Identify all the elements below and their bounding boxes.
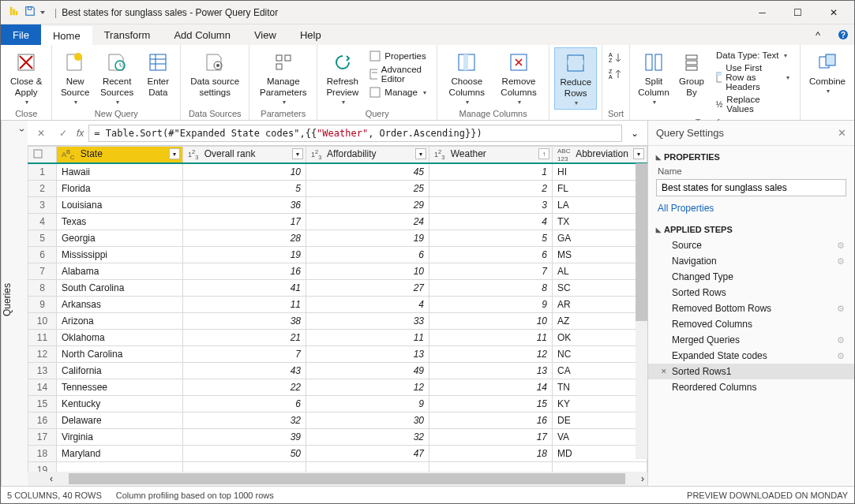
panel-close-icon[interactable]: ✕ bbox=[838, 127, 846, 139]
cell-abbr[interactable]: KY bbox=[553, 395, 647, 412]
cell-affordability[interactable]: 47 bbox=[306, 445, 429, 461]
cell-abbr[interactable]: GA bbox=[553, 230, 647, 246]
cell-abbr[interactable]: AR bbox=[553, 296, 647, 312]
applied-step[interactable]: Navigation⚙ bbox=[648, 253, 854, 269]
applied-step[interactable]: Removed Columns bbox=[648, 316, 854, 332]
cell-rank[interactable]: 7 bbox=[183, 345, 306, 362]
cell-affordability[interactable]: 45 bbox=[306, 163, 429, 180]
gear-icon[interactable]: ⚙ bbox=[837, 304, 845, 314]
cell-abbr[interactable]: AL bbox=[553, 263, 647, 279]
row-number[interactable]: 2 bbox=[28, 180, 57, 196]
table-row[interactable]: 19 bbox=[28, 461, 647, 472]
cell-affordability[interactable]: 11 bbox=[306, 329, 429, 345]
cell-affordability[interactable]: 19 bbox=[306, 230, 429, 246]
column-filter-icon[interactable]: ▾ bbox=[415, 148, 426, 159]
help-icon[interactable]: ? bbox=[832, 24, 854, 45]
maximize-button[interactable]: ☐ bbox=[780, 1, 816, 24]
cell-weather[interactable]: 10 bbox=[429, 312, 553, 329]
cell-weather[interactable]: 13 bbox=[429, 362, 553, 379]
table-row[interactable]: 17Virginia393217VA bbox=[28, 428, 647, 445]
cell-rank[interactable]: 10 bbox=[183, 163, 306, 180]
cell-weather[interactable]: 12 bbox=[429, 345, 553, 362]
cell-affordability[interactable]: 33 bbox=[306, 312, 429, 329]
applied-step[interactable]: Sorted Rows bbox=[648, 285, 854, 301]
tab-view[interactable]: View bbox=[242, 24, 288, 45]
applied-step[interactable]: Source⚙ bbox=[648, 237, 854, 253]
manage-button[interactable]: Manage bbox=[367, 85, 429, 99]
gear-icon[interactable]: ⚙ bbox=[837, 241, 845, 251]
cell-state[interactable]: Alabama bbox=[57, 263, 183, 279]
cell-state[interactable]: Georgia bbox=[57, 230, 183, 246]
cell-weather[interactable]: 5 bbox=[429, 230, 553, 246]
cell-rank[interactable]: 28 bbox=[183, 230, 306, 246]
advanced-editor-button[interactable]: Advanced Editor bbox=[367, 63, 429, 85]
column-header-abbreviation[interactable]: ABC123 Abbreviation▾ bbox=[553, 147, 647, 164]
cell-affordability[interactable]: 12 bbox=[306, 379, 429, 395]
table-corner-cell[interactable] bbox=[28, 147, 57, 164]
column-filter-icon[interactable]: ▾ bbox=[292, 148, 303, 159]
combine-button[interactable]: Combine bbox=[805, 47, 849, 97]
table-row[interactable]: 13California434913CA bbox=[28, 362, 647, 379]
cell-state[interactable]: Virginia bbox=[57, 428, 183, 445]
save-icon[interactable] bbox=[24, 6, 36, 19]
cell-state[interactable]: Kentucky bbox=[57, 395, 183, 412]
table-row[interactable]: 11Oklahoma211111OK bbox=[28, 329, 647, 345]
row-number[interactable]: 17 bbox=[28, 428, 57, 445]
remove-columns-button[interactable]: Remove Columns bbox=[493, 47, 545, 108]
cell-abbr[interactable]: TN bbox=[553, 379, 647, 395]
table-row[interactable]: 14Tennessee221214TN bbox=[28, 379, 647, 395]
cell-state[interactable]: Oklahoma bbox=[57, 329, 183, 345]
cell-abbr[interactable]: NC bbox=[553, 345, 647, 362]
row-number[interactable]: 6 bbox=[28, 246, 57, 263]
ribbon-collapse-icon[interactable]: ^ bbox=[804, 24, 832, 45]
row-number[interactable]: 5 bbox=[28, 230, 57, 246]
cell-affordability[interactable] bbox=[306, 461, 429, 472]
recent-sources-button[interactable]: Recent Sources bbox=[95, 47, 139, 108]
applied-step[interactable]: Removed Bottom Rows⚙ bbox=[648, 301, 854, 316]
close-apply-button[interactable]: Close & Apply bbox=[6, 47, 47, 108]
vertical-scrollbar[interactable] bbox=[636, 163, 647, 459]
cell-weather[interactable]: 17 bbox=[429, 428, 553, 445]
data-source-settings-button[interactable]: Data source settings bbox=[186, 47, 244, 101]
row-number[interactable]: 7 bbox=[28, 263, 57, 279]
cell-affordability[interactable]: 25 bbox=[306, 180, 429, 196]
cell-affordability[interactable]: 9 bbox=[306, 395, 429, 412]
cell-rank[interactable] bbox=[183, 461, 306, 472]
applied-step[interactable]: Changed Type bbox=[648, 269, 854, 285]
query-name-input[interactable] bbox=[656, 179, 846, 196]
sort-asc-button[interactable]: AZ bbox=[607, 50, 624, 65]
tab-home[interactable]: Home bbox=[41, 24, 92, 45]
cell-rank[interactable]: 16 bbox=[183, 263, 306, 279]
table-row[interactable]: 3Louisiana36293LA bbox=[28, 196, 647, 213]
cell-abbr[interactable]: OK bbox=[553, 329, 647, 345]
all-properties-link[interactable]: All Properties bbox=[648, 198, 854, 218]
cell-rank[interactable]: 41 bbox=[183, 279, 306, 296]
table-row[interactable]: 9Arkansas1149AR bbox=[28, 296, 647, 312]
chevron-right-icon[interactable]: › bbox=[2, 129, 28, 132]
split-column-button[interactable]: Split Column bbox=[635, 47, 673, 108]
cell-abbr[interactable]: TX bbox=[553, 213, 647, 230]
use-first-row-button[interactable]: Use First Row as Headers bbox=[714, 62, 792, 93]
refresh-preview-button[interactable]: Refresh Preview bbox=[322, 47, 362, 108]
applied-step[interactable]: Expanded State codes⚙ bbox=[648, 348, 854, 364]
replace-values-button[interactable]: ½Replace Values bbox=[714, 93, 792, 115]
enter-data-button[interactable]: Enter Data bbox=[141, 47, 175, 101]
cell-affordability[interactable]: 24 bbox=[306, 213, 429, 230]
row-number[interactable]: 8 bbox=[28, 279, 57, 296]
row-number[interactable]: 18 bbox=[28, 445, 57, 461]
cell-rank[interactable]: 32 bbox=[183, 412, 306, 428]
column-header-affordability[interactable]: 123 Affordability▾ bbox=[306, 147, 429, 164]
table-row[interactable]: 15Kentucky6915KY bbox=[28, 395, 647, 412]
cell-rank[interactable]: 50 bbox=[183, 445, 306, 461]
cell-state[interactable]: Arizona bbox=[57, 312, 183, 329]
row-number[interactable]: 10 bbox=[28, 312, 57, 329]
cell-state[interactable]: North Carolina bbox=[57, 345, 183, 362]
cell-weather[interactable]: 4 bbox=[429, 213, 553, 230]
tab-help[interactable]: Help bbox=[288, 24, 333, 45]
gear-icon[interactable]: ⚙ bbox=[837, 335, 845, 345]
table-row[interactable]: 16Delaware323016DE bbox=[28, 412, 647, 428]
table-row[interactable]: 18Maryland504718MD bbox=[28, 445, 647, 461]
row-number[interactable]: 16 bbox=[28, 412, 57, 428]
cell-abbr[interactable]: MD bbox=[553, 445, 647, 461]
row-number[interactable]: 13 bbox=[28, 362, 57, 379]
